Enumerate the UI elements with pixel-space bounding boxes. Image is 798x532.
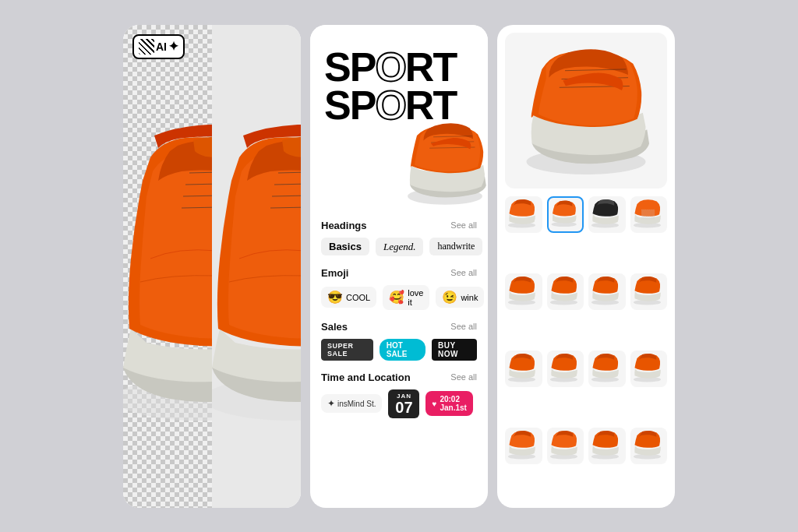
gallery-item-3[interactable]: [588, 196, 626, 234]
heart-time-sticker[interactable]: ♥ 20:02 Jan.1st: [425, 391, 472, 416]
time-location-title: Time and Location: [321, 372, 411, 383]
solid-background: [212, 25, 301, 508]
sticker-preview: SPORT SPORT: [310, 25, 488, 212]
cool-emoji-icon: 😎: [327, 290, 343, 305]
svg-rect-22: [641, 210, 655, 220]
panel-gallery: [497, 25, 675, 508]
checker-background: [123, 25, 212, 508]
gallery-item-4[interactable]: [630, 196, 668, 234]
shoe-right-half: [212, 41, 301, 492]
section-time-location: Time and Location See all ✦ insMind St. …: [321, 372, 477, 418]
headings-header: Headings See all: [321, 220, 477, 231]
emoji-love-it[interactable]: 🥰 love it: [383, 285, 429, 310]
time-location-row: ✦ insMind St. JAN 07 ♥ 20:02 Jan.1st: [321, 389, 477, 418]
time-location-header: Time and Location See all: [321, 372, 477, 383]
time-date: Jan.1st: [440, 403, 466, 412]
sales-super-sale[interactable]: SUPER SALE: [321, 339, 373, 361]
love-emoji-icon: 🥰: [389, 290, 404, 305]
gallery-item-14[interactable]: [547, 428, 584, 465]
section-sales: Sales See all SUPER SALE HOT SALE BUY NO…: [321, 321, 477, 361]
sales-title: Sales: [321, 321, 348, 333]
preview-shoe-icon: [398, 111, 488, 212]
star-location-icon: ✦: [327, 398, 335, 409]
panel-sticker: SPORT SPORT: [310, 25, 488, 508]
gallery-item-7[interactable]: [588, 273, 626, 311]
emoji-header: Emoji See all: [321, 267, 477, 279]
gallery-item-12[interactable]: [630, 351, 668, 388]
gallery-preview-area: [505, 33, 667, 188]
location-sticker[interactable]: ✦ insMind St.: [321, 394, 382, 413]
gallery-item-5[interactable]: [505, 273, 542, 311]
emoji-row: 😎 COOL 🥰 love it 😉 wink: [321, 285, 477, 310]
photo-panel-inner: [123, 25, 301, 508]
ai-star-icon: ✦: [168, 39, 178, 54]
location-label: insMind St.: [337, 400, 376, 408]
love-label: love it: [408, 288, 423, 307]
sales-hot-sale[interactable]: HOT SALE: [380, 339, 425, 361]
main-container: AI ✦: [108, 9, 690, 523]
gallery-item-8[interactable]: [630, 273, 668, 311]
heading-handwrite[interactable]: handwrite: [429, 238, 482, 255]
emoji-wink[interactable]: 😉 wink: [436, 287, 484, 308]
ai-badge-stripes: [139, 39, 154, 55]
section-emoji: Emoji See all 😎 COOL 🥰 love it 😉 wink: [321, 267, 477, 310]
gallery-preview-shoe: [516, 44, 656, 177]
sales-header: Sales See all: [321, 321, 477, 333]
emoji-title: Emoji: [321, 267, 348, 279]
heading-basics[interactable]: Basics: [321, 238, 369, 255]
gallery-item-11[interactable]: [588, 351, 626, 388]
gallery-item-6[interactable]: [547, 273, 584, 311]
gallery-grid[interactable]: [505, 196, 667, 500]
time-location-see-all[interactable]: See all: [450, 372, 477, 382]
gallery-item-2[interactable]: [547, 196, 584, 234]
headings-see-all[interactable]: See all: [450, 220, 477, 230]
date-sticker[interactable]: JAN 07: [388, 389, 419, 418]
heart-icon: ♥: [432, 400, 436, 408]
gallery-item-15[interactable]: [588, 428, 626, 465]
time-value: 20:02: [440, 395, 466, 403]
sales-see-all[interactable]: See all: [450, 322, 477, 331]
headings-row: Basics Legend. handwrite: [321, 238, 477, 256]
cool-label: COOL: [346, 293, 370, 302]
panel-photo-editor: AI ✦: [123, 25, 301, 508]
ai-badge[interactable]: AI ✦: [132, 34, 185, 59]
date-day: 07: [394, 400, 413, 415]
sticker-list[interactable]: Headings See all Basics Legend. handwrit…: [310, 212, 488, 508]
wink-emoji-icon: 😉: [442, 290, 457, 305]
heading-legend[interactable]: Legend.: [376, 238, 424, 256]
ai-text: AI: [156, 41, 167, 53]
gallery-item-9[interactable]: [505, 351, 542, 388]
sales-row: SUPER SALE HOT SALE BUY NOW: [321, 339, 477, 361]
gallery-item-16[interactable]: [630, 428, 668, 465]
sales-buy-now[interactable]: BUY NOW: [432, 339, 477, 361]
headings-title: Headings: [321, 220, 367, 231]
gallery-item-1[interactable]: [505, 196, 542, 234]
wink-label: wink: [461, 293, 478, 302]
section-headings: Headings See all Basics Legend. handwrit…: [321, 220, 477, 256]
gallery-item-10[interactable]: [547, 351, 584, 388]
emoji-see-all[interactable]: See all: [450, 268, 477, 277]
gallery-item-13[interactable]: [505, 428, 542, 465]
emoji-cool[interactable]: 😎 COOL: [321, 287, 376, 308]
shoe-left-half: [123, 41, 212, 492]
